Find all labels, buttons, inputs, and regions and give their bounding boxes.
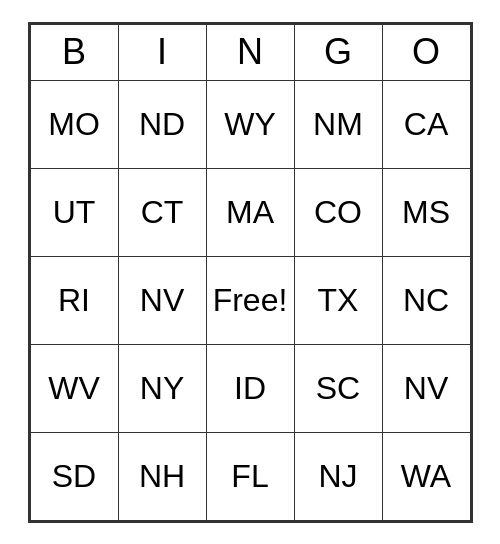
table-row: SDNHFLNJWA <box>30 432 470 520</box>
header-row: BINGO <box>30 24 470 80</box>
cell-r1-c1: CT <box>118 168 206 256</box>
cell-r0-c4: CA <box>382 80 470 168</box>
table-row: RINVFree!TXNC <box>30 256 470 344</box>
cell-r2-c1: NV <box>118 256 206 344</box>
cell-r0-c3: NM <box>294 80 382 168</box>
table-row: MONDWYNMCA <box>30 80 470 168</box>
table-row: UTCTMACOMS <box>30 168 470 256</box>
cell-r2-c0: RI <box>30 256 118 344</box>
cell-r3-c1: NY <box>118 344 206 432</box>
cell-r4-c3: NJ <box>294 432 382 520</box>
table-row: WVNYIDSCNV <box>30 344 470 432</box>
cell-r1-c0: UT <box>30 168 118 256</box>
header-G: G <box>294 24 382 80</box>
header-N: N <box>206 24 294 80</box>
cell-r0-c2: WY <box>206 80 294 168</box>
cell-r3-c3: SC <box>294 344 382 432</box>
header-I: I <box>118 24 206 80</box>
bingo-table: BINGO MONDWYNMCAUTCTMACOMSRINVFree!TXNCW… <box>30 24 471 521</box>
header-B: B <box>30 24 118 80</box>
cell-r3-c0: WV <box>30 344 118 432</box>
cell-r2-c4: NC <box>382 256 470 344</box>
cell-r4-c2: FL <box>206 432 294 520</box>
cell-r2-c2: Free! <box>206 256 294 344</box>
cell-r2-c3: TX <box>294 256 382 344</box>
cell-r4-c4: WA <box>382 432 470 520</box>
cell-r4-c0: SD <box>30 432 118 520</box>
cell-r0-c0: MO <box>30 80 118 168</box>
cell-r0-c1: ND <box>118 80 206 168</box>
bingo-card: BINGO MONDWYNMCAUTCTMACOMSRINVFree!TXNCW… <box>28 22 473 523</box>
cell-r1-c4: MS <box>382 168 470 256</box>
header-O: O <box>382 24 470 80</box>
cell-r3-c2: ID <box>206 344 294 432</box>
cell-r3-c4: NV <box>382 344 470 432</box>
cell-r4-c1: NH <box>118 432 206 520</box>
cell-r1-c2: MA <box>206 168 294 256</box>
cell-r1-c3: CO <box>294 168 382 256</box>
